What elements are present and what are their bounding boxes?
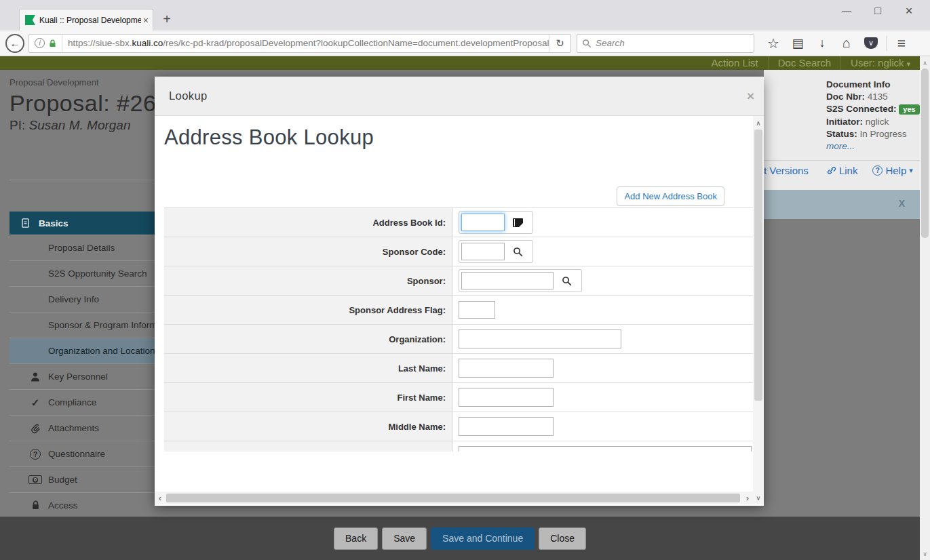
sponsor-input[interactable]	[461, 272, 554, 289]
new-tab-button[interactable]: +	[157, 12, 176, 27]
sponsor-address-flag-input[interactable]	[459, 301, 495, 319]
action-list-link[interactable]: Action List	[702, 56, 768, 70]
status-row: Status: In Progress	[826, 129, 920, 139]
pi-name: Susan M. Morgan	[29, 118, 131, 132]
alert-banner: X	[764, 190, 920, 219]
tab-close-icon[interactable]: ×	[143, 15, 149, 26]
scrollbar-thumb[interactable]	[921, 68, 929, 238]
page-header: Proposal Development Proposal: #26 PI: S…	[9, 77, 156, 133]
page-info-icon[interactable]: i	[35, 38, 45, 48]
back-icon[interactable]: ←	[5, 34, 24, 53]
menu-icon[interactable]: ≡	[889, 35, 914, 52]
modal-header: Lookup	[155, 77, 764, 116]
search-input[interactable]: Search	[577, 34, 754, 53]
doc-search-link[interactable]: Doc Search	[768, 56, 840, 70]
scroll-up-icon[interactable]: ∧	[753, 117, 764, 128]
bookmarks-list-icon[interactable]: ▤	[786, 36, 810, 51]
alert-close-icon[interactable]: X	[899, 198, 905, 209]
close-icon[interactable]: ×	[893, 1, 925, 20]
pi-line: PI: Susan M. Morgan	[9, 118, 156, 133]
url-path: /res/kc-pd-krad/proposalDevelopment?look…	[163, 38, 549, 48]
field-label: Address Line 1:	[164, 441, 453, 452]
minimize-icon[interactable]: —	[831, 1, 862, 20]
last-name-input[interactable]	[459, 359, 554, 378]
home-icon[interactable]: ⌂	[834, 35, 859, 51]
browser-tab[interactable]: Kuali :: Proposal Developme ×	[19, 9, 153, 31]
scroll-down-icon[interactable]: ∨	[753, 492, 764, 503]
address-line-1-input[interactable]	[459, 446, 752, 452]
doc-nbr-row: Doc Nbr: 4135	[826, 92, 920, 102]
scroll-left-icon[interactable]: ‹	[155, 492, 166, 504]
table-row: Sponsor Code:	[164, 237, 753, 266]
sidebar-item-delivery-info[interactable]: Delivery Info	[9, 286, 155, 312]
organization-input[interactable]	[459, 329, 621, 348]
scroll-down-icon[interactable]: ∨	[920, 548, 930, 559]
user-menu[interactable]: User: nglick▾	[840, 56, 920, 70]
toolbar-icons: ☆ ▤ ↓ ⌂ ∨ ≡	[761, 35, 914, 52]
field-label: Sponsor:	[164, 266, 453, 295]
more-link[interactable]: more...	[826, 141, 920, 151]
sidebar-item-s2s-opportunity-search[interactable]: S2S Opportunity Search	[9, 260, 155, 286]
lookup-criteria-table: Address Book Id: Sponsor Code:	[164, 207, 753, 452]
table-row: Last Name:	[164, 354, 753, 383]
field-cell	[453, 208, 753, 237]
url-bar[interactable]: i https://siue-sbx.kuali.co/res/kc-pd-kr…	[28, 34, 571, 53]
app-label: Proposal Development	[9, 77, 156, 87]
sidebar-item-proposal-details[interactable]: Proposal Details	[9, 235, 155, 260]
bookmark-star-icon[interactable]: ☆	[761, 35, 786, 52]
sidebar-item-basics[interactable]: Basics	[9, 212, 155, 235]
table-row: Address Line 1:	[164, 441, 753, 452]
person-icon	[28, 372, 43, 382]
sidebar-item-key-personnel[interactable]: Key Personnel	[9, 363, 155, 389]
pocket-icon[interactable]: ∨	[864, 37, 878, 49]
field-cell	[453, 441, 753, 452]
address-book-id-input[interactable]	[461, 214, 505, 231]
https-padlock-icon[interactable]	[48, 39, 57, 48]
maximize-icon[interactable]: □	[862, 1, 893, 20]
sidebar-item-sponsor-program-information[interactable]: Sponsor & Program Information	[9, 312, 155, 338]
pi-prefix: PI:	[9, 118, 29, 132]
sidebar-item-questionnaire[interactable]: ? Questionnaire	[9, 441, 155, 466]
scroll-right-icon[interactable]: ›	[742, 492, 753, 504]
modal-close-icon[interactable]: ×	[747, 89, 754, 104]
sidebar-item-label: Compliance	[48, 397, 96, 407]
sidebar-item-organization-and-location[interactable]: Organization and Location	[9, 338, 155, 363]
scrollbar-thumb[interactable]	[754, 129, 762, 401]
field-label: Address Book Id:	[164, 208, 453, 237]
lookup-heading: Address Book Lookup	[164, 125, 753, 150]
link-link[interactable]: Link	[826, 165, 858, 176]
field-cell	[453, 325, 753, 353]
sidebar-item-access[interactable]: Access	[9, 492, 155, 518]
modal-horizontal-scrollbar[interactable]: ‹ ›	[155, 492, 753, 504]
sponsor-search-icon[interactable]	[554, 272, 579, 289]
address-book-icon[interactable]	[505, 214, 530, 231]
kuali-favicon	[25, 15, 35, 25]
sidebar-item-attachments[interactable]: Attachments	[9, 415, 155, 441]
modal-vertical-scrollbar[interactable]: ∧ ∨	[753, 116, 764, 504]
window-scrollbar[interactable]: ∧ ∨	[920, 56, 930, 560]
versions-link[interactable]: t Versions	[764, 165, 809, 176]
sidebar-item-label: Questionnaire	[48, 449, 105, 459]
save-button[interactable]: Save	[382, 527, 427, 550]
middle-name-input[interactable]	[459, 417, 554, 436]
scroll-up-icon[interactable]: ∧	[920, 58, 930, 68]
help-menu[interactable]: ? Help ▾	[872, 165, 912, 176]
table-row: Middle Name:	[164, 412, 753, 441]
sponsor-code-input[interactable]	[461, 243, 505, 260]
search-icon	[582, 39, 592, 48]
downloads-icon[interactable]: ↓	[810, 36, 834, 50]
scrollbar-thumb[interactable]	[166, 494, 740, 502]
sidebar-item-compliance[interactable]: ✓ Compliance	[9, 389, 155, 415]
close-button[interactable]: Close	[539, 527, 586, 550]
url-text[interactable]: https://siue-sbx.kuali.co/res/kc-pd-krad…	[62, 34, 549, 53]
sidebar-item-budget[interactable]: 0 Budget	[9, 466, 155, 492]
document-toolbar: t Versions Link ? Help ▾	[764, 165, 920, 176]
sponsor-code-search-icon[interactable]	[505, 243, 530, 260]
save-and-continue-button[interactable]: Save and Continue	[431, 527, 535, 550]
first-name-input[interactable]	[459, 388, 554, 407]
field-label: Last Name:	[164, 354, 453, 382]
chevron-down-icon: ▾	[909, 166, 913, 175]
back-button[interactable]: Back	[334, 527, 378, 550]
add-new-address-book-button[interactable]: Add New Address Book	[617, 186, 724, 206]
reload-icon[interactable]: ↻	[549, 34, 570, 53]
